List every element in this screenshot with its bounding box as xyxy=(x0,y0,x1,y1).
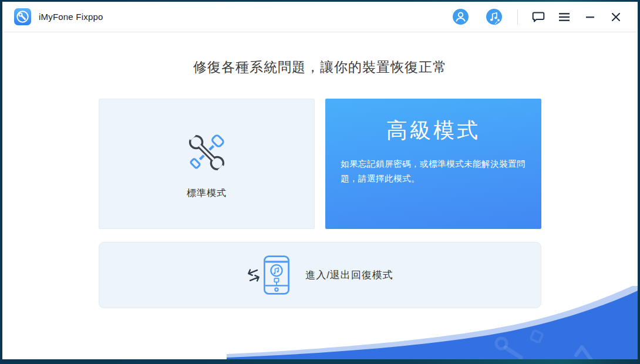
phone-itunes-icon xyxy=(262,255,292,296)
hamburger-menu-icon xyxy=(558,12,570,22)
standard-mode-card[interactable]: 標準模式 xyxy=(99,99,315,229)
account-button[interactable] xyxy=(450,6,471,27)
advanced-mode-card[interactable]: 高級模式 如果忘記鎖屏密碼，或標準模式未能解決裝置問題，請選擇此模式。 xyxy=(325,99,541,229)
close-icon xyxy=(611,12,621,22)
wrench-screwdriver-icon xyxy=(183,129,231,177)
recovery-mode-card[interactable]: 進入/退出回復模式 xyxy=(99,242,541,308)
phone-recovery-icon xyxy=(247,255,292,296)
recovery-mode-label: 進入/退出回復模式 xyxy=(305,268,393,282)
advanced-mode-title: 高級模式 xyxy=(341,116,526,145)
user-account-icon xyxy=(453,9,469,25)
main-content: 修復各種系統問題，讓你的裝置恢復正常 xyxy=(2,32,638,359)
titlebar-divider xyxy=(517,9,518,25)
minimize-icon xyxy=(585,12,595,22)
minimize-button[interactable] xyxy=(580,7,600,27)
advanced-mode-description: 如果忘記鎖屏密碼，或標準模式未能解決裝置問題，請選擇此模式。 xyxy=(341,157,526,187)
page-title: 修復各種系統問題，讓你的裝置恢復正常 xyxy=(2,58,638,76)
feedback-button[interactable] xyxy=(528,7,548,27)
menu-button[interactable] xyxy=(554,7,574,27)
titlebar: iMyFone Fixppo xyxy=(2,2,638,32)
close-button[interactable] xyxy=(606,7,626,27)
transfer-arrows-icon xyxy=(247,265,261,285)
itunes-repair-icon xyxy=(486,9,504,25)
app-title: iMyFone Fixppo xyxy=(39,12,103,22)
app-window: iMyFone Fixppo xyxy=(2,2,638,359)
standard-mode-label: 標準模式 xyxy=(187,187,227,200)
feedback-chat-icon xyxy=(532,11,545,23)
itunes-repair-button[interactable] xyxy=(484,6,507,28)
app-logo-icon xyxy=(14,8,31,25)
mode-cards-row: 標準模式 高級模式 如果忘記鎖屏密碼，或標準模式未能解決裝置問題，請選擇此模式。 xyxy=(99,99,541,229)
